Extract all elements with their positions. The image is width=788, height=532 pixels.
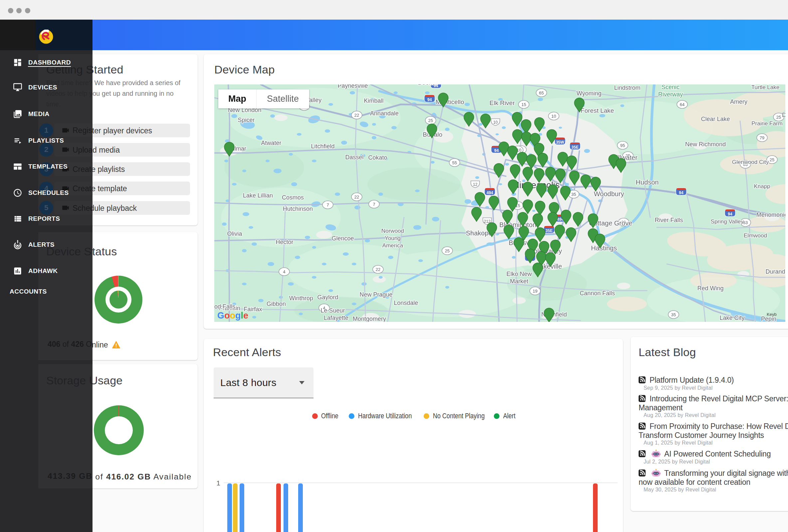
svg-text:New Prague: New Prague: [359, 291, 392, 298]
svg-text:Hastings: Hastings: [591, 244, 617, 252]
svg-text:Lindstrom: Lindstrom: [614, 84, 640, 91]
svg-text:Dassel: Dassel: [345, 154, 363, 161]
svg-text:Montgomery: Montgomery: [353, 315, 386, 322]
svg-text:55: 55: [452, 160, 457, 165]
svg-text:Lake City: Lake City: [720, 314, 744, 321]
svg-text:Litchfield: Litchfield: [311, 143, 334, 150]
svg-text:Young: Young: [385, 235, 401, 241]
svg-text:Clear Lake: Clear Lake: [701, 116, 730, 122]
svg-text:Cannon Falls: Cannon Falls: [580, 290, 615, 296]
svg-text:Atwater: Atwater: [261, 140, 281, 146]
svg-text:Winthrop: Winthrop: [289, 295, 313, 302]
svg-text:Red Wing: Red Wing: [697, 285, 724, 292]
svg-text:Lafayette: Lafayette: [324, 314, 349, 321]
svg-text:Turtle Lake: Turtle Lake: [751, 84, 779, 90]
svg-text:22: 22: [354, 113, 359, 118]
svg-text:Prairie Farm: Prairie Farm: [751, 120, 783, 127]
svg-text:64: 64: [680, 102, 685, 107]
svg-text:River Falls: River Falls: [654, 217, 683, 223]
svg-text:94: 94: [427, 98, 432, 102]
svg-text:25: 25: [776, 115, 781, 120]
svg-text:Lonsdale: Lonsdale: [394, 300, 418, 306]
svg-text:od Falls: od Falls: [214, 303, 235, 310]
svg-text:Market: Market: [510, 278, 528, 285]
svg-text:Hutchinson: Hutchinson: [283, 205, 313, 212]
svg-text:35: 35: [571, 192, 576, 197]
svg-text:Scenic: Scenic: [662, 84, 679, 90]
svg-text:Becker: Becker: [418, 84, 438, 86]
svg-text:Spicer: Spicer: [238, 117, 255, 123]
svg-text:Glenwood City: Glenwood City: [732, 159, 769, 165]
svg-text:Gaylord: Gaylord: [317, 294, 338, 301]
svg-text:10: 10: [551, 114, 556, 119]
svg-text:7: 7: [327, 203, 329, 207]
svg-text:Spring Valley: Spring Valley: [711, 219, 744, 225]
svg-text:12: 12: [473, 182, 477, 187]
svg-text:Kimball: Kimball: [364, 98, 383, 104]
svg-text:Cokato: Cokato: [368, 154, 387, 161]
svg-text:Keyb: Keyb: [767, 312, 777, 317]
svg-text:Wyoming: Wyoming: [577, 90, 602, 97]
svg-text:25: 25: [770, 157, 774, 162]
svg-text:Paynesville: Paynesville: [337, 84, 368, 89]
svg-text:Elk River: Elk River: [490, 99, 515, 106]
svg-text:Elko New: Elko New: [507, 271, 532, 277]
svg-text:15: 15: [521, 102, 526, 107]
svg-text:Elmwood: Elmwood: [744, 232, 767, 239]
svg-text:New Richmond: New Richmond: [685, 141, 726, 148]
svg-text:Norwood: Norwood: [381, 228, 404, 234]
svg-text:10: 10: [493, 120, 498, 125]
svg-text:25: 25: [428, 118, 433, 123]
svg-text:35W: 35W: [556, 140, 564, 145]
svg-text:94: 94: [728, 212, 732, 217]
svg-text:25: 25: [445, 248, 450, 253]
svg-text:Lake Lillian: Lake Lillian: [243, 192, 273, 199]
svg-text:35: 35: [671, 312, 676, 317]
svg-text:Olivia: Olivia: [227, 230, 242, 237]
svg-text:Hudson: Hudson: [636, 179, 659, 186]
svg-text:Le Sueur: Le Sueur: [320, 307, 345, 314]
svg-text:America: America: [382, 242, 403, 249]
svg-text:Forest Lake: Forest Lake: [581, 107, 614, 114]
svg-text:Gibbon: Gibbon: [267, 301, 286, 307]
svg-text:Google: Google: [217, 310, 248, 321]
svg-text:22: 22: [354, 195, 359, 200]
svg-text:Dall: Dall: [782, 112, 785, 118]
svg-text:Durand: Durand: [765, 268, 785, 275]
svg-text:7: 7: [373, 202, 375, 207]
svg-text:Amery: Amery: [730, 98, 747, 105]
svg-text:95: 95: [620, 143, 625, 148]
svg-text:4: 4: [283, 269, 285, 274]
svg-text:Riverway: Riverway: [658, 91, 683, 98]
svg-text:Knapp: Knapp: [754, 183, 770, 189]
svg-text:494: 494: [487, 190, 493, 195]
svg-text:Menomonie: Menomonie: [756, 211, 785, 218]
svg-text:19: 19: [533, 289, 537, 293]
svg-text:79: 79: [760, 135, 764, 140]
svg-text:35E: 35E: [571, 145, 578, 150]
svg-text:65: 65: [539, 90, 544, 96]
svg-text:94: 94: [679, 190, 684, 195]
svg-text:Annandale: Annandale: [370, 110, 399, 117]
svg-text:Woodbury: Woodbury: [594, 190, 624, 198]
svg-text:35E: 35E: [546, 228, 552, 233]
svg-text:Glencoe: Glencoe: [331, 235, 354, 242]
svg-text:Hector: Hector: [276, 239, 293, 245]
svg-text:Cosmos: Cosmos: [282, 194, 304, 201]
svg-text:63: 63: [743, 220, 748, 225]
svg-text:94: 94: [494, 148, 499, 153]
svg-text:22: 22: [376, 267, 380, 272]
